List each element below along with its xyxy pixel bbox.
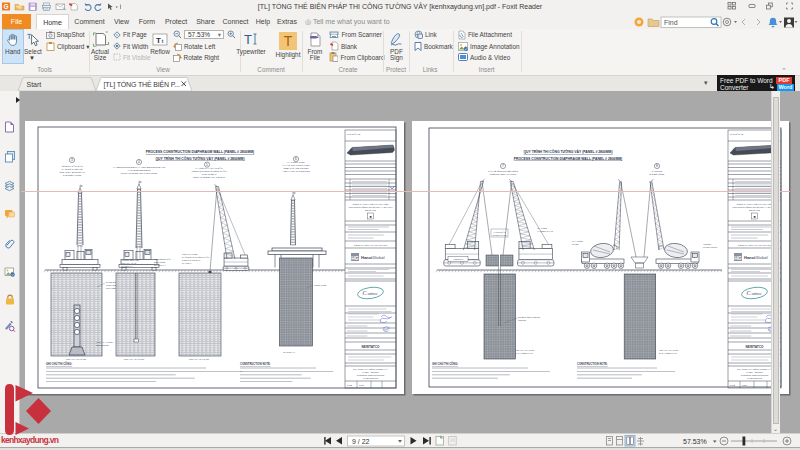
svg-text:LỚP VỮA CHẮN ỐP: LỚP VỮA CHẮN ỐP xyxy=(659,349,679,351)
svg-text:PANEL 2800MM: PANEL 2800MM xyxy=(747,377,763,379)
svg-text:NEWTACO: NEWTACO xyxy=(749,209,760,211)
svg-text:HG: HG xyxy=(351,255,359,261)
svg-text:■: ■ xyxy=(753,215,755,219)
svg-text:BENTONITE CẤP: BENTONITE CẤP xyxy=(154,258,171,260)
svg-text:HANGER CHAIN: HANGER CHAIN xyxy=(537,230,553,232)
svg-text:QUY TRÌNH THI CÔNG TƯỜNG VÂY: QUY TRÌNH THI CÔNG TƯỜNG VÂY xyxy=(353,368,389,370)
svg-text:PANEL 2800MM: PANEL 2800MM xyxy=(363,377,379,379)
svg-text:KHUNG DẪN: KHUNG DẪN xyxy=(493,231,506,233)
svg-text:3: 3 xyxy=(71,158,73,162)
svg-text:T: T xyxy=(284,33,293,49)
svg-text:INSTALL STEEL FRAME BAR: INSTALL STEEL FRAME BAR xyxy=(193,176,225,179)
svg-text:PANEL - 2800MM: PANEL - 2800MM xyxy=(362,371,379,373)
svg-text:HanoiGlobal: HanoiGlobal xyxy=(361,255,385,260)
svg-text:LỚP VỮA LUỒN: LỚP VỮA LUỒN xyxy=(96,341,113,343)
svg-text:8: 8 xyxy=(656,164,658,168)
svg-text:LỚP VỮA CHẮN ỐP: LỚP VỮA CHẮN ỐP xyxy=(124,358,145,360)
svg-text:PANEL - 2800MM: PANEL - 2800MM xyxy=(746,371,763,373)
svg-text:Find: Find xyxy=(664,19,678,26)
svg-text:[TL] TỔNG THỂ BIỆN P...: [TL] TỔNG THỂ BIỆN P... xyxy=(104,80,180,89)
svg-text:CONSTRUCTION NOTE:: CONSTRUCTION NOTE: xyxy=(240,362,271,366)
svg-text:LỚP VỮA CHẮN ỐP: LỚP VỮA CHẮN ỐP xyxy=(66,358,87,360)
svg-text:ỐNG TRÀ GIÁO: ỐNG TRÀ GIÁO xyxy=(121,262,137,264)
svg-text:PROCESS CONSTRUCTION: PROCESS CONSTRUCTION xyxy=(741,374,769,376)
svg-text:PROCESS CONSTRUCTION DIAPHRAGM: PROCESS CONSTRUCTION DIAPHRAGM WALL (PAN… xyxy=(514,157,623,161)
svg-text:7: 7 xyxy=(502,164,504,168)
svg-text:XE BỒN: XE BỒN xyxy=(703,243,711,245)
svg-text:QUY TRÌNH THI CÔNG TƯỜNG VÂY: QUY TRÌNH THI CÔNG TƯỜNG VÂY xyxy=(737,368,773,370)
svg-text:THE ELEVATION: THE ELEVATION xyxy=(63,174,82,177)
svg-text:GIÁ TREO: GIÁ TREO xyxy=(537,227,547,229)
svg-text:Start: Start xyxy=(27,81,42,88)
svg-text:■: ■ xyxy=(369,215,371,219)
svg-text:4: 4 xyxy=(138,160,140,164)
svg-text:1/100: 1/100 xyxy=(742,384,748,386)
svg-text:NHỮNG LAI: NHỮNG LAI xyxy=(121,265,133,267)
svg-text:KHU ĐẤT XD: KHU ĐẤT XD xyxy=(730,133,744,135)
svg-text:t: t xyxy=(162,37,164,43)
svg-text:ĐỔ BÊ TÔNG: ĐỔ BÊ TÔNG xyxy=(650,173,665,176)
svg-text:GHI CHÚ THI CÔNG:: GHI CHÚ THI CÔNG: xyxy=(432,361,458,366)
svg-text:LỒNG THÉP: LỒNG THÉP xyxy=(314,284,327,286)
svg-text:GUIDE FRAME: GUIDE FRAME xyxy=(493,234,508,236)
svg-text:QUY TRÌNH THI CÔNG TƯỜNG VÂY (: QUY TRÌNH THI CÔNG TƯỜNG VÂY (PANEL # 28… xyxy=(155,156,244,161)
svg-text:AND HANG IN POSITION: AND HANG IN POSITION xyxy=(282,170,310,173)
svg-text:CỮ ĐỊNH VỊ: CỮ ĐỊNH VỊ xyxy=(283,351,295,354)
svg-text:B: THI CÔNG SẴN: B: THI CÔNG SẴN xyxy=(659,352,677,354)
svg-text:PROCESS CONSTRUCTION DIAPHRAGM: PROCESS CONSTRUCTION DIAPHRAGM WALL (PAN… xyxy=(146,150,255,154)
svg-text:T: T xyxy=(156,35,161,44)
svg-text:1/100: 1/100 xyxy=(359,384,365,386)
svg-text:9 / 22: 9 / 22 xyxy=(352,438,370,445)
svg-text:KHU ĐẤT XD: KHU ĐẤT XD xyxy=(347,133,361,135)
svg-text:TREMIE INSTALLATION: TREMIE INSTALLATION xyxy=(490,173,517,176)
svg-text:PIN HIDE: PIN HIDE xyxy=(106,287,116,289)
svg-text:MIXER: MIXER xyxy=(572,243,579,245)
svg-text:PROCESS CONSTRUCTION: PROCESS CONSTRUCTION xyxy=(357,374,385,376)
svg-text:oninco: oninco xyxy=(752,292,762,296)
svg-text:STOP FRAME BAR: STOP FRAME BAR xyxy=(182,259,201,261)
svg-text:LỚP PHỦ LUỒN: LỚP PHỦ LUỒN xyxy=(182,253,198,255)
svg-text:ĐƯỜNG ỐNG TREMIE: ĐƯỜNG ỐNG TREMIE xyxy=(518,316,540,318)
svg-text:CÔNG TY TNHH THÀNH QUANG: CÔNG TY TNHH THÀNH QUANG xyxy=(738,244,772,246)
svg-text:oninco: oninco xyxy=(368,292,378,296)
svg-text:B: THI CÔNG SẴN: B: THI CÔNG SẴN xyxy=(515,352,533,354)
svg-text:TỈ LỆ: TỈ LỆ xyxy=(347,384,352,387)
svg-text:LỚP VỮA CHẮN ỐP: LỚP VỮA CHẮN ỐP xyxy=(189,358,210,360)
svg-text:ĐAI SEAL: ĐAI SEAL xyxy=(182,262,192,264)
svg-text:QUY TRÌNH THI CÔNG TƯỜNG VÂY (: QUY TRÌNH THI CÔNG TƯỜNG VÂY (PANEL # 28… xyxy=(523,149,612,154)
svg-text:NHỮNG LAI: NHỮNG LAI xyxy=(154,264,166,266)
svg-text:HanoiGlobal: HanoiGlobal xyxy=(744,255,768,260)
svg-text:LỚP VỮA CHẮN ỐP: LỚP VỮA CHẮN ỐP xyxy=(515,349,535,351)
svg-text:GHI CHÚ THI CÔNG:: GHI CHÚ THI CÔNG: xyxy=(46,361,72,366)
svg-text:CONSTRUCTION NOTE:: CONSTRUCTION NOTE: xyxy=(577,362,608,366)
svg-text:57.53%: 57.53% xyxy=(683,438,707,445)
svg-text:BENTONITE: BENTONITE xyxy=(96,344,109,346)
svg-text:CÔNG TY TNHH THÀNH QUANG: CÔNG TY TNHH THÀNH QUANG xyxy=(354,244,388,246)
svg-text:HG: HG xyxy=(734,255,742,261)
svg-text:MIXER TRUCK: MIXER TRUCK xyxy=(703,246,718,248)
svg-text:T: T xyxy=(244,32,252,46)
svg-text:NEWTATCO: NEWTATCO xyxy=(746,345,764,349)
svg-text:KOBELCO: KOBELCO xyxy=(453,258,463,260)
svg-text:TREMIE: TREMIE xyxy=(518,319,526,321)
svg-text:PUMP TO BIOSYNC THE FLOOR: PUMP TO BIOSYNC THE FLOOR xyxy=(121,172,158,175)
svg-text:G: G xyxy=(3,3,8,10)
svg-text:NEWTACO: NEWTACO xyxy=(365,209,376,211)
svg-text:NEWTATCO: NEWTATCO xyxy=(362,345,380,349)
svg-text:TỈ LỆ: TỈ LỆ xyxy=(730,384,735,387)
svg-text:PILE HIDE: PILE HIDE xyxy=(106,284,117,286)
